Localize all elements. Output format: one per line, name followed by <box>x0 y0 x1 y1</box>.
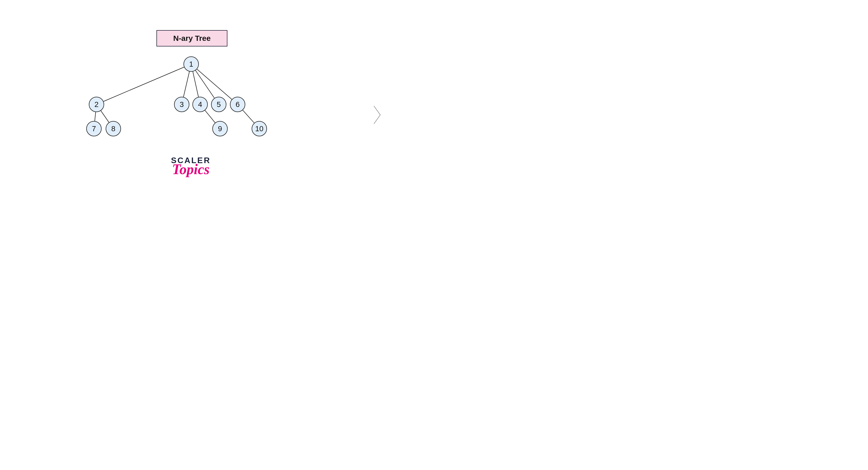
edge-n2-n8 <box>101 111 109 122</box>
edge-n1-n5 <box>195 70 214 98</box>
edge-n1-n6 <box>197 69 232 99</box>
edge-n4-n9 <box>205 110 215 123</box>
edge-n1-n4 <box>193 71 198 97</box>
tree-node-1: 1 <box>184 56 199 72</box>
tree-node-2: 2 <box>89 97 104 112</box>
tree-node-6: 6 <box>230 97 245 112</box>
tree-node-5: 5 <box>211 97 226 112</box>
tree-node-4: 4 <box>192 97 208 112</box>
brand-logo-line2: Topics <box>171 163 211 176</box>
tree-node-9: 9 <box>212 121 228 136</box>
diagram-canvas: N-ary Tree 12345678910 SCALER Topics <box>0 0 383 207</box>
edge-n6-n10 <box>243 110 254 123</box>
cropmark-icon <box>373 105 383 125</box>
diagram-title: N-ary Tree <box>156 30 227 47</box>
tree-node-8: 8 <box>106 121 121 136</box>
edge-n1-n3 <box>184 71 189 97</box>
tree-node-3: 3 <box>174 97 189 112</box>
tree-node-7: 7 <box>86 121 101 136</box>
edge-n1-n2 <box>104 67 184 101</box>
brand-logo: SCALER Topics <box>171 156 211 176</box>
tree-node-10: 10 <box>252 121 267 136</box>
edge-n2-n7 <box>95 112 96 121</box>
